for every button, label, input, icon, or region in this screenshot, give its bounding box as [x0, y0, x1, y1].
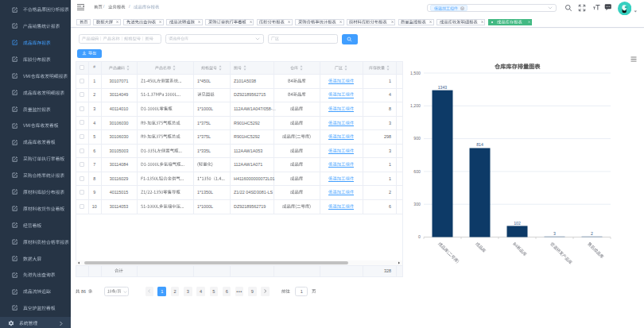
svg-text:1,500: 1,500 [410, 71, 421, 75]
svg-text:814: 814 [476, 142, 483, 147]
svg-text:600: 600 [413, 169, 421, 174]
svg-text:1343: 1343 [438, 85, 448, 90]
svg-text:1,200: 1,200 [410, 103, 421, 108]
svg-text:102: 102 [514, 221, 521, 226]
svg-text:900: 900 [413, 136, 421, 141]
svg-text:2: 2 [591, 231, 593, 236]
svg-text:300: 300 [413, 202, 421, 206]
svg-text:3: 3 [553, 231, 556, 236]
svg-text:0: 0 [418, 234, 421, 239]
